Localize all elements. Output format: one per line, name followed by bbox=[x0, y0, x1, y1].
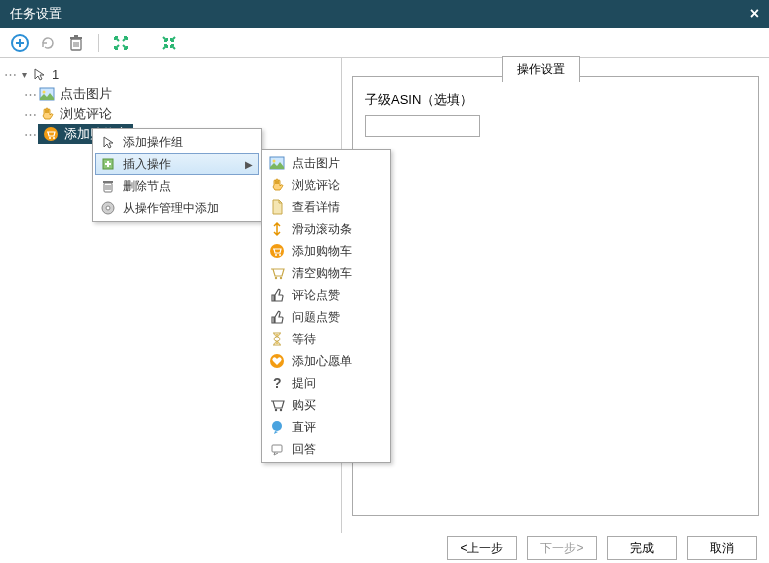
svg-point-35 bbox=[272, 421, 282, 431]
reply-icon bbox=[268, 440, 286, 458]
chevron-right-icon: ▶ bbox=[245, 159, 253, 170]
tree-toggle-icon[interactable]: ▾ bbox=[18, 69, 30, 80]
ctx-add-from-manager[interactable]: 从操作管理中添加 bbox=[95, 197, 259, 219]
svg-point-27 bbox=[275, 254, 277, 256]
group-box: 子级ASIN（选填） bbox=[352, 76, 759, 516]
tree-item-label: 浏览评论 bbox=[60, 105, 112, 123]
sub-add-wishlist[interactable]: 添加心愿单 bbox=[264, 350, 388, 372]
sub-buy[interactable]: 购买 bbox=[264, 394, 388, 416]
svg-text:?: ? bbox=[273, 375, 282, 391]
asin-label: 子级ASIN（选填） bbox=[365, 91, 746, 109]
add-button[interactable] bbox=[8, 31, 32, 55]
toolbar bbox=[0, 28, 769, 58]
sub-wait[interactable]: 等待 bbox=[264, 328, 388, 350]
svg-point-23 bbox=[106, 206, 110, 210]
svg-point-33 bbox=[275, 409, 277, 411]
settings-pane: 操作设置 子级ASIN（选填） bbox=[342, 58, 769, 533]
svg-point-25 bbox=[273, 160, 276, 163]
footer: <上一步 下一步> 完成 取消 bbox=[0, 533, 769, 563]
tree-pane: ⋯ ▾ 1 ⋯ 点击图片 ⋯ 浏览评论 bbox=[0, 58, 342, 533]
hand-icon bbox=[38, 105, 56, 123]
close-icon[interactable]: × bbox=[750, 5, 759, 23]
sub-add-cart[interactable]: 添加购物车 bbox=[264, 240, 388, 262]
collapse-button[interactable] bbox=[157, 31, 181, 55]
tree-root-label: 1 bbox=[52, 67, 59, 82]
image-icon bbox=[38, 85, 56, 103]
hourglass-icon bbox=[268, 330, 286, 348]
scroll-icon bbox=[268, 220, 286, 238]
svg-point-30 bbox=[280, 277, 282, 279]
refresh-button[interactable] bbox=[36, 31, 60, 55]
svg-point-29 bbox=[275, 277, 277, 279]
sub-answer[interactable]: 回答 bbox=[264, 438, 388, 460]
expand-button[interactable] bbox=[109, 31, 133, 55]
ctx-insert-action[interactable]: 插入操作 ▶ bbox=[95, 153, 259, 175]
thumb-icon bbox=[268, 308, 286, 326]
svg-point-13 bbox=[53, 137, 55, 139]
submenu: 点击图片 浏览评论 查看详情 滑动滚动条 添加购物车 清空购物车 评论点赞 问题… bbox=[261, 149, 391, 463]
sub-click-image[interactable]: 点击图片 bbox=[264, 152, 388, 174]
ctx-add-group[interactable]: 添加操作组 bbox=[95, 131, 259, 153]
image-icon bbox=[268, 154, 286, 172]
svg-point-34 bbox=[280, 409, 282, 411]
tree-item-label: 点击图片 bbox=[60, 85, 112, 103]
cart-buy-icon bbox=[268, 396, 286, 414]
sub-browse-reviews[interactable]: 浏览评论 bbox=[264, 174, 388, 196]
cart-empty-icon bbox=[268, 264, 286, 282]
sub-like-question[interactable]: 问题点赞 bbox=[264, 306, 388, 328]
insert-icon bbox=[99, 155, 117, 173]
group-tab: 操作设置 bbox=[502, 56, 580, 82]
svg-rect-21 bbox=[103, 181, 113, 183]
context-menu: 添加操作组 插入操作 ▶ 删除节点 从操作管理中添加 点击图片 浏览评论 查看详… bbox=[92, 128, 262, 222]
sub-like-review[interactable]: 评论点赞 bbox=[264, 284, 388, 306]
svg-rect-36 bbox=[272, 445, 282, 452]
window-title: 任务设置 bbox=[10, 5, 62, 23]
document-icon bbox=[268, 198, 286, 216]
question-icon: ? bbox=[268, 374, 286, 392]
cancel-button[interactable]: 取消 bbox=[687, 536, 757, 560]
cart-icon bbox=[268, 242, 286, 260]
disc-icon bbox=[99, 199, 117, 217]
tree-item[interactable]: ⋯ 浏览评论 bbox=[4, 104, 337, 124]
tree-item[interactable]: ⋯ 点击图片 bbox=[4, 84, 337, 104]
svg-point-11 bbox=[44, 127, 58, 141]
svg-point-26 bbox=[270, 244, 284, 258]
finish-button[interactable]: 完成 bbox=[607, 536, 677, 560]
titlebar: 任务设置 × bbox=[0, 0, 769, 28]
delete-button[interactable] bbox=[64, 31, 88, 55]
heart-icon bbox=[268, 352, 286, 370]
separator bbox=[98, 34, 99, 52]
sub-scroll[interactable]: 滑动滚动条 bbox=[264, 218, 388, 240]
svg-point-12 bbox=[49, 137, 51, 139]
next-button[interactable]: 下一步> bbox=[527, 536, 597, 560]
cart-icon bbox=[42, 125, 60, 143]
sub-direct-review[interactable]: 直评 bbox=[264, 416, 388, 438]
content-area: ⋯ ▾ 1 ⋯ 点击图片 ⋯ 浏览评论 bbox=[0, 58, 769, 533]
cursor-icon bbox=[99, 133, 117, 151]
ctx-delete-node[interactable]: 删除节点 bbox=[95, 175, 259, 197]
svg-point-10 bbox=[43, 91, 46, 94]
sub-clear-cart[interactable]: 清空购物车 bbox=[264, 262, 388, 284]
thumb-icon bbox=[268, 286, 286, 304]
hand-icon bbox=[268, 176, 286, 194]
sub-view-detail[interactable]: 查看详情 bbox=[264, 196, 388, 218]
trash-icon bbox=[99, 177, 117, 195]
prev-button[interactable]: <上一步 bbox=[447, 536, 517, 560]
svg-point-28 bbox=[279, 254, 281, 256]
sub-ask[interactable]: ?提问 bbox=[264, 372, 388, 394]
tree-root[interactable]: ⋯ ▾ 1 bbox=[4, 64, 337, 84]
cursor-icon bbox=[30, 65, 48, 83]
chat-icon bbox=[268, 418, 286, 436]
svg-rect-8 bbox=[74, 35, 78, 37]
asin-input[interactable] bbox=[365, 115, 480, 137]
svg-rect-7 bbox=[70, 37, 82, 39]
